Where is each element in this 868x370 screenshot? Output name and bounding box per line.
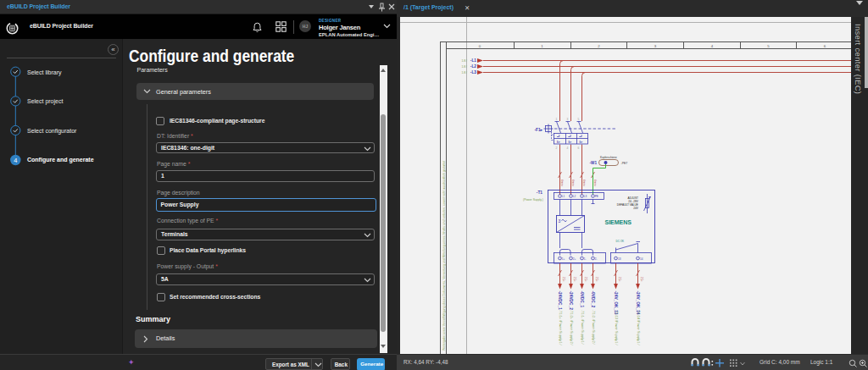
svg-text:PE: PE [595, 195, 598, 198]
svg-text:13: 13 [618, 257, 621, 261]
svg-text:4: 4 [567, 146, 569, 150]
svg-text:3: 3 [654, 44, 657, 48]
svg-text:-T1:14 /Power Supply.1 /: -T1:14 /Power Supply.1 / [637, 310, 640, 345]
svg-text:24V: 24V [633, 207, 639, 210]
svg-text:4mm²: 4mm² [560, 179, 564, 186]
svg-text:-F1▸: -F1▸ [534, 128, 542, 132]
svg-text:2,5²: 2,5² [618, 277, 621, 281]
svg-text:14: 14 [640, 257, 643, 261]
svg-text:DC OK: DC OK [616, 240, 625, 243]
svg-text:-24VDC_2: -24VDC_2 [569, 291, 573, 311]
svg-text:-L2: -L2 [470, 64, 477, 69]
svg-text:-T1: -T1 [537, 191, 543, 195]
svg-text:-24VDC_1: -24VDC_1 [558, 291, 562, 311]
svg-text:6: 6 [578, 146, 580, 150]
svg-text:6: 6 [824, 44, 826, 48]
svg-text:2,5²: 2,5² [562, 277, 565, 281]
svg-text:-T1:1- /Power Supply.1 /: -T1:1- /Power Supply.1 / [581, 310, 584, 345]
svg-text:0: 0 [479, 44, 481, 48]
svg-text:2: 2 [598, 44, 600, 48]
svg-text:1.8 /: 1.8 / [461, 59, 467, 63]
svg-text:-L1: -L1 [470, 58, 477, 63]
svg-text:1+: 1+ [562, 257, 565, 261]
svg-text:3: 3 [559, 218, 561, 224]
svg-text:4: 4 [711, 44, 714, 48]
svg-text:2,5²: 2,5² [584, 277, 587, 281]
svg-text:Kupferschiene: Kupferschiene [600, 156, 617, 159]
svg-text:3: 3 [567, 118, 569, 121]
svg-text:1.8 /: 1.8 / [461, 65, 467, 69]
svg-text:I>: I> [557, 140, 560, 144]
svg-text:4: 4 [14, 157, 17, 164]
svg-text:I>: I> [569, 140, 572, 144]
svg-text:-T1:13 /Power Supply.1 /: -T1:13 /Power Supply.1 / [615, 310, 618, 345]
svg-text:2+: 2+ [573, 257, 576, 261]
svg-text:4mm²: 4mm² [582, 179, 586, 186]
svg-text:2,5²: 2,5² [573, 277, 576, 281]
svg-text:-0VDC_2: -0VDC_2 [591, 291, 595, 308]
svg-text:1: 1 [556, 118, 558, 121]
svg-text:5: 5 [767, 44, 770, 48]
svg-text:I>: I> [580, 140, 583, 144]
svg-text:-T1:2+ /Power Supply.2 /: -T1:2+ /Power Supply.2 / [570, 310, 573, 346]
svg-text:SIEMENS: SIEMENS [605, 219, 632, 225]
svg-text:4mm²: 4mm² [571, 179, 575, 186]
svg-text:2-: 2- [595, 257, 598, 261]
svg-text:(Power Supply.): (Power Supply.) [523, 198, 543, 202]
svg-text:2: 2 [556, 146, 558, 150]
svg-text:1-: 1- [584, 257, 587, 261]
svg-text:1: 1 [541, 44, 543, 48]
svg-text:-T1:1+ /Power Supply.1 /: -T1:1+ /Power Supply.1 / [559, 310, 562, 346]
svg-text:-T1:2- /Power Supply.2 /: -T1:2- /Power Supply.2 / [592, 310, 595, 345]
svg-text:1.8 /: 1.8 / [461, 71, 467, 75]
svg-text:4mm²: 4mm² [593, 179, 597, 186]
svg-text:Weitergabe sowie Vervielfältig: Weitergabe sowie Vervielfältigung dieses… [442, 161, 446, 351]
svg-text:-PE7: -PE7 [621, 162, 628, 165]
svg-text:L2: L2 [573, 195, 576, 198]
svg-text:2,5²: 2,5² [640, 277, 643, 281]
svg-text:L3: L3 [584, 195, 587, 198]
svg-text:-0VDC_1: -0VDC_1 [580, 291, 584, 308]
svg-text:-L3: -L3 [470, 70, 477, 75]
svg-text:-W1: -W1 [590, 161, 598, 165]
svg-text:2,5²: 2,5² [595, 277, 598, 281]
svg-text:5: 5 [578, 118, 580, 121]
svg-text:L1: L1 [562, 195, 565, 198]
